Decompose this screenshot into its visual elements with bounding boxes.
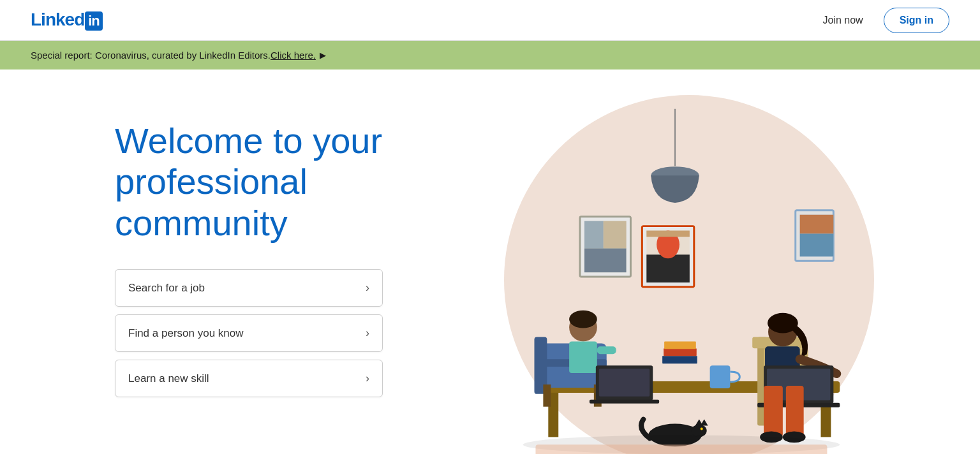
- svg-rect-31: [662, 356, 697, 363]
- chevron-right-icon: ›: [366, 281, 369, 295]
- join-now-button[interactable]: Join now: [813, 10, 873, 31]
- banner-link[interactable]: Click here.: [271, 50, 316, 61]
- svg-point-25: [569, 311, 597, 328]
- svg-point-54: [701, 428, 703, 430]
- hero-title-line2: professional community: [115, 161, 308, 242]
- announcement-banner: Special report: Coronavirus, curated by …: [0, 41, 980, 70]
- search-job-label: Search for a job: [128, 282, 205, 295]
- svg-rect-26: [569, 341, 597, 373]
- chevron-right-icon: ›: [366, 372, 369, 385]
- logo-in-box: in: [85, 11, 103, 31]
- action-list: Search for a job › Find a person you kno…: [115, 269, 383, 397]
- banner-arrow-icon: ▶: [320, 50, 326, 60]
- learn-skill-label: Learn a new skill: [128, 372, 209, 385]
- svg-rect-6: [604, 221, 627, 249]
- svg-rect-15: [800, 234, 834, 257]
- svg-rect-14: [800, 215, 834, 234]
- svg-marker-53: [701, 420, 708, 426]
- chevron-right-icon: ›: [366, 326, 369, 340]
- learn-skill-action[interactable]: Learn a new skill ›: [115, 360, 383, 397]
- logo-linked: Linked: [31, 10, 84, 29]
- sign-in-button[interactable]: Sign in: [884, 8, 949, 33]
- svg-rect-27: [597, 346, 616, 354]
- hero-illustration: [485, 108, 865, 454]
- hero-title: Welcome to your professional community: [115, 121, 466, 244]
- logo: Linkedin: [31, 10, 103, 31]
- svg-rect-32: [664, 348, 697, 356]
- svg-rect-11: [646, 231, 690, 237]
- hero-title-line1: Welcome to your: [115, 121, 382, 161]
- svg-rect-56: [535, 444, 827, 454]
- header-nav: Join now Sign in: [813, 8, 949, 33]
- search-job-action[interactable]: Search for a job ›: [115, 269, 383, 307]
- svg-rect-46: [764, 386, 783, 436]
- main-content: Welcome to your professional community S…: [0, 70, 980, 454]
- banner-text: Special report: Coronavirus, curated by …: [31, 50, 271, 61]
- svg-point-51: [692, 425, 707, 437]
- svg-rect-9: [646, 254, 690, 282]
- svg-rect-5: [584, 221, 604, 249]
- header: Linkedin Join now Sign in: [0, 0, 980, 41]
- find-person-action[interactable]: Find a person you know ›: [115, 314, 383, 352]
- logo-text: Linkedin: [31, 10, 103, 31]
- left-column: Welcome to your professional community S…: [115, 108, 510, 397]
- svg-rect-34: [710, 365, 731, 388]
- svg-rect-4: [584, 248, 627, 272]
- svg-rect-33: [664, 341, 696, 349]
- scene-svg: [485, 108, 865, 454]
- svg-rect-22: [543, 384, 551, 407]
- svg-rect-29: [599, 369, 650, 397]
- svg-rect-30: [590, 400, 659, 404]
- find-person-label: Find a person you know: [128, 327, 244, 340]
- svg-rect-47: [786, 386, 804, 436]
